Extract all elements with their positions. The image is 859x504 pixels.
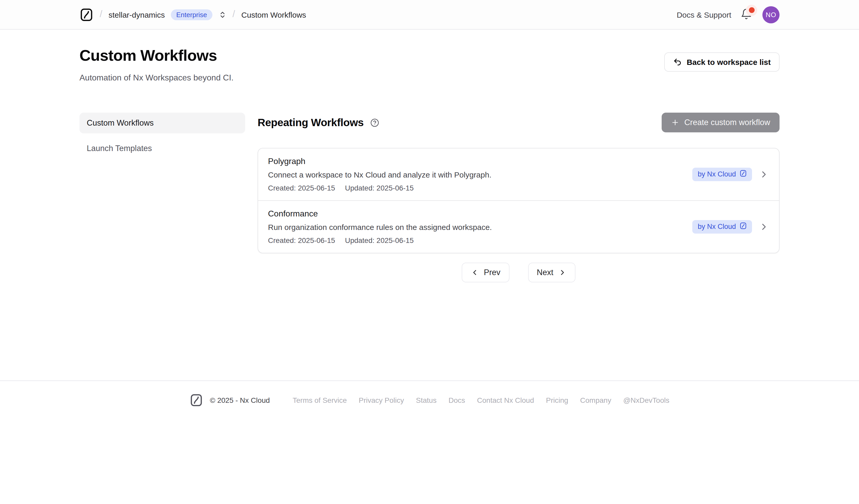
workflow-title: Polygraph [268, 157, 693, 166]
workflow-dates: Created: 2025-06-15 Updated: 2025-06-15 [268, 236, 693, 244]
workflow-created: Created: 2025-06-15 [268, 236, 335, 244]
section-header: Repeating Workflows Create custom workfl… [258, 113, 780, 132]
nx-cloud-logo-icon[interactable] [79, 7, 93, 21]
back-to-workspace-list-button[interactable]: Back to workspace list [664, 52, 780, 72]
workflow-dates: Created: 2025-06-15 Updated: 2025-06-15 [268, 184, 693, 192]
page-title: Custom Workflows [79, 47, 233, 64]
breadcrumb: / stellar-dynamics Enterprise / Custom W… [79, 7, 306, 21]
pagination: Prev Next [258, 263, 780, 282]
section-title: Repeating Workflows [258, 116, 364, 129]
nx-logo-icon [190, 394, 203, 407]
notifications-bell-icon[interactable] [741, 8, 753, 21]
back-button-label: Back to workspace list [687, 58, 771, 66]
footer-link[interactable]: Pricing [546, 396, 568, 404]
page-header: Custom Workflows Automation of Nx Worksp… [79, 30, 780, 82]
footer-links: Terms of ServicePrivacy PolicyStatusDocs… [293, 396, 669, 404]
top-nav-bar: / stellar-dynamics Enterprise / Custom W… [0, 0, 859, 30]
footer-link[interactable]: @NxDevTools [623, 396, 669, 404]
copyright-text: © 2025 - Nx Cloud [210, 396, 270, 404]
workflow-list: Polygraph Connect a workspace to Nx Clou… [258, 148, 780, 253]
workflow-row-actions: by Nx Cloud [693, 220, 769, 233]
workflow-description: Connect a workspace to Nx Cloud and anal… [268, 170, 693, 179]
settings-sidebar: Custom Workflows Launch Templates [79, 113, 245, 282]
workspace-switcher-icon[interactable] [218, 11, 226, 18]
nx-logo-icon [740, 169, 747, 179]
by-nx-cloud-label: by Nx Cloud [698, 222, 736, 231]
plus-icon [671, 118, 679, 127]
footer-link[interactable]: Company [580, 396, 611, 404]
create-custom-workflow-button[interactable]: Create custom workflow [661, 113, 780, 132]
prev-label: Prev [484, 268, 500, 277]
workflow-description: Run organization conformance rules on th… [268, 223, 693, 231]
chevron-right-icon[interactable] [759, 222, 769, 232]
footer-link[interactable]: Docs [449, 396, 465, 404]
footer-brand: © 2025 - Nx Cloud [190, 394, 270, 407]
page-title-block: Custom Workflows Automation of Nx Worksp… [79, 47, 233, 82]
prev-page-button[interactable]: Prev [462, 263, 509, 282]
breadcrumb-workspace[interactable]: stellar-dynamics [108, 10, 165, 19]
nx-logo-icon [740, 222, 747, 231]
sidebar-item-launch-templates[interactable]: Launch Templates [79, 138, 245, 159]
undo-arrow-icon [673, 58, 682, 66]
footer: © 2025 - Nx Cloud Terms of ServicePrivac… [0, 380, 859, 423]
breadcrumb-separator: / [100, 9, 102, 19]
next-label: Next [537, 268, 553, 277]
workflow-row[interactable]: Conformance Run organization conformance… [258, 200, 779, 253]
notification-dot [749, 7, 755, 13]
app-root: / stellar-dynamics Enterprise / Custom W… [0, 0, 859, 504]
footer-link[interactable]: Contact Nx Cloud [477, 396, 534, 404]
docs-support-link[interactable]: Docs & Support [677, 10, 731, 19]
workflow-updated: Updated: 2025-06-15 [345, 184, 414, 192]
breadcrumb-page[interactable]: Custom Workflows [241, 10, 306, 19]
by-nx-cloud-label: by Nx Cloud [698, 170, 736, 179]
footer-link[interactable]: Privacy Policy [359, 396, 404, 404]
workflow-updated: Updated: 2025-06-15 [345, 236, 414, 244]
workflow-created: Created: 2025-06-15 [268, 184, 335, 192]
by-nx-cloud-badge[interactable]: by Nx Cloud [693, 167, 752, 181]
footer-link[interactable]: Status [416, 396, 437, 404]
user-avatar[interactable]: NO [763, 6, 780, 23]
workflow-row-actions: by Nx Cloud [693, 167, 769, 181]
chevron-left-icon [470, 268, 479, 277]
sidebar-item-custom-workflows[interactable]: Custom Workflows [79, 113, 245, 133]
next-page-button[interactable]: Next [528, 263, 576, 282]
chevron-right-icon[interactable] [759, 169, 769, 180]
breadcrumb-separator: / [232, 9, 235, 19]
workflow-info: Conformance Run organization conformance… [268, 209, 693, 244]
create-button-label: Create custom workflow [684, 118, 770, 127]
main-content: Repeating Workflows Create custom workfl… [258, 113, 780, 282]
enterprise-badge: Enterprise [171, 9, 212, 20]
header-actions: Docs & Support NO [677, 6, 780, 23]
help-circle-icon[interactable] [371, 118, 379, 127]
workflow-title: Conformance [268, 209, 693, 218]
chevron-right-icon [559, 268, 567, 277]
footer-link[interactable]: Terms of Service [293, 396, 347, 404]
workflow-info: Polygraph Connect a workspace to Nx Clou… [268, 157, 693, 192]
by-nx-cloud-badge[interactable]: by Nx Cloud [693, 220, 752, 233]
page-subtitle: Automation of Nx Workspaces beyond CI. [79, 73, 233, 82]
workflow-row[interactable]: Polygraph Connect a workspace to Nx Clou… [258, 149, 779, 200]
